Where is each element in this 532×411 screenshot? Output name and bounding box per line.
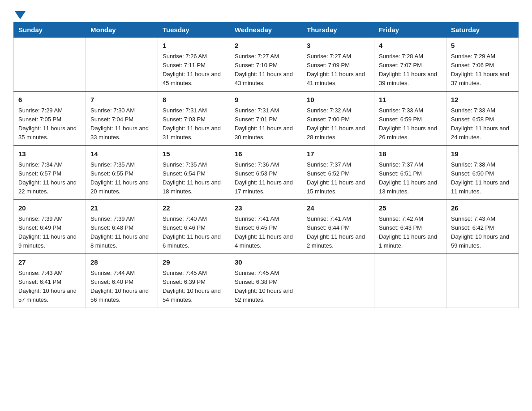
calendar-cell: 5Sunrise: 7:29 AMSunset: 7:06 PMDaylight… [446, 38, 519, 92]
day-info: Sunrise: 7:40 AMSunset: 6:46 PMDaylight:… [163, 214, 225, 251]
day-info: Sunrise: 7:41 AMSunset: 6:45 PMDaylight:… [235, 214, 297, 251]
calendar-cell [302, 254, 374, 308]
day-info: Sunrise: 7:35 AMSunset: 6:54 PMDaylight:… [163, 160, 225, 197]
calendar-week-3: 13Sunrise: 7:34 AMSunset: 6:57 PMDayligh… [14, 146, 519, 200]
day-number: 25 [379, 203, 442, 214]
day-info: Sunrise: 7:31 AMSunset: 7:03 PMDaylight:… [163, 106, 225, 142]
day-info: Sunrise: 7:34 AMSunset: 6:57 PMDaylight:… [18, 160, 81, 197]
weekday-header-sunday: Sunday [14, 22, 86, 38]
day-number: 11 [379, 95, 442, 105]
day-number: 12 [451, 95, 514, 105]
day-number: 1 [163, 41, 225, 51]
day-number: 27 [18, 257, 81, 268]
day-info: Sunrise: 7:31 AMSunset: 7:01 PMDaylight:… [235, 106, 297, 142]
calendar-cell: 25Sunrise: 7:42 AMSunset: 6:43 PMDayligh… [374, 200, 446, 254]
day-info: Sunrise: 7:26 AMSunset: 7:11 PMDaylight:… [163, 52, 225, 88]
calendar-cell: 22Sunrise: 7:40 AMSunset: 6:46 PMDayligh… [158, 200, 230, 254]
weekday-header-thursday: Thursday [302, 22, 374, 38]
day-number: 7 [90, 95, 153, 105]
calendar-week-5: 27Sunrise: 7:43 AMSunset: 6:41 PMDayligh… [14, 254, 519, 308]
calendar-cell: 4Sunrise: 7:28 AMSunset: 7:07 PMDaylight… [374, 38, 446, 92]
weekday-header-saturday: Saturday [446, 22, 519, 38]
day-number: 4 [379, 41, 442, 51]
calendar-cell: 24Sunrise: 7:41 AMSunset: 6:44 PMDayligh… [302, 200, 374, 254]
day-number: 3 [307, 41, 369, 51]
logo [13, 9, 26, 17]
day-info: Sunrise: 7:45 AMSunset: 6:39 PMDaylight:… [163, 269, 225, 305]
day-number: 30 [235, 257, 297, 268]
calendar-cell: 13Sunrise: 7:34 AMSunset: 6:57 PMDayligh… [14, 146, 86, 200]
day-number: 14 [90, 149, 153, 159]
calendar-cell: 8Sunrise: 7:31 AMSunset: 7:03 PMDaylight… [158, 91, 230, 146]
day-info: Sunrise: 7:35 AMSunset: 6:55 PMDaylight:… [90, 160, 153, 197]
day-number: 19 [451, 149, 514, 159]
day-number: 2 [235, 41, 297, 51]
calendar-week-1: 1Sunrise: 7:26 AMSunset: 7:11 PMDaylight… [14, 38, 519, 92]
calendar-cell [86, 38, 158, 92]
day-info: Sunrise: 7:28 AMSunset: 7:07 PMDaylight:… [379, 52, 442, 88]
calendar-cell: 14Sunrise: 7:35 AMSunset: 6:55 PMDayligh… [86, 146, 158, 200]
day-number: 22 [163, 203, 225, 214]
calendar-cell: 23Sunrise: 7:41 AMSunset: 6:45 PMDayligh… [230, 200, 302, 254]
calendar-header-row: SundayMondayTuesdayWednesdayThursdayFrid… [14, 22, 519, 38]
day-number: 24 [307, 203, 369, 214]
calendar-cell [374, 254, 446, 308]
calendar-cell: 11Sunrise: 7:33 AMSunset: 6:59 PMDayligh… [374, 91, 446, 146]
calendar-cell: 19Sunrise: 7:38 AMSunset: 6:50 PMDayligh… [446, 146, 519, 200]
day-info: Sunrise: 7:45 AMSunset: 6:38 PMDaylight:… [235, 269, 297, 305]
calendar-cell: 6Sunrise: 7:29 AMSunset: 7:05 PMDaylight… [14, 91, 86, 146]
calendar-cell [446, 254, 519, 308]
calendar-cell: 29Sunrise: 7:45 AMSunset: 6:39 PMDayligh… [158, 254, 230, 308]
calendar-cell: 17Sunrise: 7:37 AMSunset: 6:52 PMDayligh… [302, 146, 374, 200]
day-info: Sunrise: 7:39 AMSunset: 6:48 PMDaylight:… [90, 214, 153, 251]
calendar-week-2: 6Sunrise: 7:29 AMSunset: 7:05 PMDaylight… [14, 91, 519, 146]
calendar-cell: 21Sunrise: 7:39 AMSunset: 6:48 PMDayligh… [86, 200, 158, 254]
day-info: Sunrise: 7:33 AMSunset: 6:58 PMDaylight:… [451, 106, 514, 142]
day-info: Sunrise: 7:42 AMSunset: 6:43 PMDaylight:… [379, 214, 442, 251]
day-number: 10 [307, 95, 369, 105]
calendar-cell: 26Sunrise: 7:43 AMSunset: 6:42 PMDayligh… [446, 200, 519, 254]
day-info: Sunrise: 7:36 AMSunset: 6:53 PMDaylight:… [235, 160, 297, 197]
calendar-cell: 3Sunrise: 7:27 AMSunset: 7:09 PMDaylight… [302, 38, 374, 92]
calendar-cell: 9Sunrise: 7:31 AMSunset: 7:01 PMDaylight… [230, 91, 302, 146]
calendar-cell: 28Sunrise: 7:44 AMSunset: 6:40 PMDayligh… [86, 254, 158, 308]
calendar-cell: 15Sunrise: 7:35 AMSunset: 6:54 PMDayligh… [158, 146, 230, 200]
day-number: 13 [18, 149, 81, 159]
day-number: 23 [235, 203, 297, 214]
day-number: 5 [451, 41, 514, 51]
calendar-cell [14, 38, 86, 92]
weekday-header-wednesday: Wednesday [230, 22, 302, 38]
calendar-cell: 10Sunrise: 7:32 AMSunset: 7:00 PMDayligh… [302, 91, 374, 146]
calendar-cell: 30Sunrise: 7:45 AMSunset: 6:38 PMDayligh… [230, 254, 302, 308]
weekday-header-monday: Monday [86, 22, 158, 38]
calendar-cell: 7Sunrise: 7:30 AMSunset: 7:04 PMDaylight… [86, 91, 158, 146]
day-number: 16 [235, 149, 297, 159]
calendar-week-4: 20Sunrise: 7:39 AMSunset: 6:49 PMDayligh… [14, 200, 519, 254]
logo-arrow-icon [15, 11, 26, 19]
day-number: 15 [163, 149, 225, 159]
day-info: Sunrise: 7:32 AMSunset: 7:00 PMDaylight:… [307, 106, 369, 142]
page-header [13, 9, 519, 17]
calendar-cell: 12Sunrise: 7:33 AMSunset: 6:58 PMDayligh… [446, 91, 519, 146]
day-info: Sunrise: 7:33 AMSunset: 6:59 PMDaylight:… [379, 106, 442, 142]
weekday-header-tuesday: Tuesday [158, 22, 230, 38]
day-number: 8 [163, 95, 225, 105]
calendar-cell: 18Sunrise: 7:37 AMSunset: 6:51 PMDayligh… [374, 146, 446, 200]
day-info: Sunrise: 7:43 AMSunset: 6:42 PMDaylight:… [451, 214, 514, 251]
day-info: Sunrise: 7:37 AMSunset: 6:52 PMDaylight:… [307, 160, 369, 197]
day-info: Sunrise: 7:37 AMSunset: 6:51 PMDaylight:… [379, 160, 442, 197]
day-info: Sunrise: 7:41 AMSunset: 6:44 PMDaylight:… [307, 214, 369, 251]
day-number: 21 [90, 203, 153, 214]
calendar-cell: 27Sunrise: 7:43 AMSunset: 6:41 PMDayligh… [14, 254, 86, 308]
day-number: 17 [307, 149, 369, 159]
day-info: Sunrise: 7:43 AMSunset: 6:41 PMDaylight:… [18, 269, 81, 305]
day-number: 18 [379, 149, 442, 159]
day-number: 29 [163, 257, 225, 268]
day-info: Sunrise: 7:27 AMSunset: 7:09 PMDaylight:… [307, 52, 369, 88]
day-number: 6 [18, 95, 81, 105]
day-info: Sunrise: 7:44 AMSunset: 6:40 PMDaylight:… [90, 269, 153, 305]
day-info: Sunrise: 7:38 AMSunset: 6:50 PMDaylight:… [451, 160, 514, 197]
weekday-header-friday: Friday [374, 22, 446, 38]
day-info: Sunrise: 7:30 AMSunset: 7:04 PMDaylight:… [90, 106, 153, 142]
day-info: Sunrise: 7:29 AMSunset: 7:05 PMDaylight:… [18, 106, 81, 142]
